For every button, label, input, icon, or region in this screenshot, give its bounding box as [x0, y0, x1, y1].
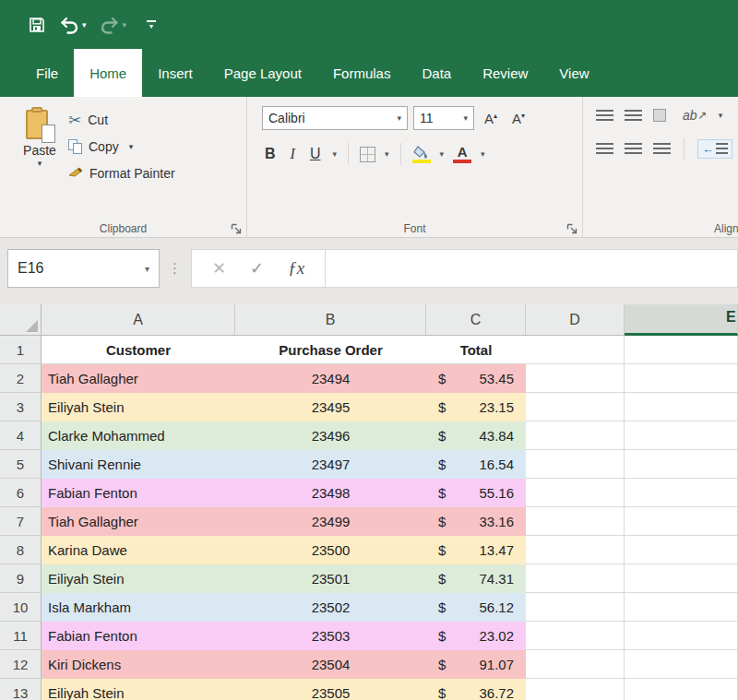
cell-empty[interactable]	[526, 564, 625, 593]
row-header[interactable]: 4	[0, 421, 42, 450]
cell-empty[interactable]	[625, 364, 738, 393]
borders-dropdown-icon[interactable]: ▾	[385, 149, 389, 159]
undo-dropdown-icon[interactable]: ▾	[82, 20, 87, 30]
cell-empty[interactable]	[625, 622, 738, 650]
cell-empty[interactable]	[526, 679, 625, 700]
cell-purchase-order[interactable]: 23494	[235, 364, 426, 393]
tab-data[interactable]: Data	[406, 49, 467, 97]
cell-empty[interactable]	[526, 650, 625, 679]
select-all-corner[interactable]	[0, 304, 42, 336]
cell-customer[interactable]: Karina Dawe	[42, 536, 235, 564]
row-header[interactable]: 7	[0, 507, 42, 536]
cell-total[interactable]: $16.54	[426, 450, 526, 479]
align-right-button[interactable]	[653, 143, 671, 155]
cell-purchase-order[interactable]: 23496	[235, 421, 426, 450]
cell-customer-header[interactable]: Customer	[42, 336, 235, 364]
middle-align-button[interactable]	[625, 110, 642, 122]
cell-purchase-order[interactable]: 23495	[235, 393, 426, 421]
cell-total[interactable]: $53.45	[426, 364, 526, 393]
row-header[interactable]: 6	[0, 479, 42, 507]
tab-formulas[interactable]: Formulas	[317, 49, 407, 97]
cell-total[interactable]: $74.31	[426, 564, 526, 593]
cell-empty[interactable]	[625, 536, 738, 564]
cell-purchase-order[interactable]: 23505	[235, 679, 426, 700]
cell-total[interactable]: $23.15	[426, 393, 526, 421]
cell-customer[interactable]: Eiliyah Stein	[42, 679, 235, 700]
cell-total[interactable]: $91.07	[426, 650, 526, 679]
top-align-button[interactable]	[596, 110, 613, 122]
cell-total[interactable]: $13.47	[426, 536, 526, 564]
cell-empty[interactable]	[526, 364, 625, 393]
column-header-c[interactable]: C	[426, 304, 526, 336]
decrease-font-size-button[interactable]: A▾	[507, 111, 530, 126]
underline-dropdown-icon[interactable]: ▾	[332, 149, 337, 159]
cell-customer[interactable]: Clarke Mohammed	[42, 421, 235, 450]
cell-customer[interactable]: Kiri Dickens	[42, 650, 235, 679]
name-box-dropdown-icon[interactable]: ▾	[145, 264, 149, 274]
enter-icon[interactable]: ✓	[250, 258, 264, 279]
cell-purchase-order[interactable]: 23502	[235, 593, 426, 622]
row-header[interactable]: 2	[0, 364, 42, 393]
redo-button[interactable]: ▾	[100, 16, 127, 34]
align-left-button[interactable]	[596, 143, 613, 155]
tab-insert[interactable]: Insert	[142, 49, 208, 97]
cell-empty[interactable]	[526, 336, 625, 364]
cut-button[interactable]: ✂ Cut	[68, 110, 175, 130]
tab-view[interactable]: View	[543, 49, 604, 97]
cell-total[interactable]: $56.12	[426, 593, 526, 622]
row-header[interactable]: 5	[0, 450, 42, 479]
row-header[interactable]: 11	[0, 622, 42, 650]
font-color-dropdown-icon[interactable]: ▾	[481, 149, 485, 159]
italic-button[interactable]: I	[288, 146, 298, 162]
underline-button[interactable]: U	[307, 146, 324, 162]
cell-empty[interactable]	[625, 564, 738, 593]
row-header[interactable]: 13	[0, 679, 42, 700]
cell-empty[interactable]	[625, 393, 738, 421]
row-header[interactable]: 1	[0, 336, 42, 364]
cell-customer[interactable]: Tiah Gallagher	[42, 507, 235, 536]
cell-purchase-order[interactable]: 23498	[235, 479, 426, 507]
cell-empty[interactable]	[526, 393, 625, 421]
cell-purchase-order[interactable]: 23503	[235, 622, 426, 650]
bottom-align-button[interactable]	[653, 109, 666, 122]
row-header[interactable]: 10	[0, 593, 42, 622]
cell-total[interactable]: $33.16	[426, 507, 526, 536]
font-color-button[interactable]: A	[453, 145, 471, 163]
cell-empty[interactable]	[526, 622, 625, 650]
format-painter-button[interactable]: Format Painter	[68, 163, 175, 184]
font-size-combobox[interactable]: 11 ▾	[413, 106, 474, 130]
customize-quick-access-toolbar-icon[interactable]: ▾	[147, 20, 156, 30]
font-dialog-launcher-icon[interactable]	[566, 223, 577, 234]
copy-button[interactable]: Copy ▾	[68, 136, 175, 157]
cell-customer[interactable]: Shivani Rennie	[42, 450, 235, 479]
increase-font-size-button[interactable]: A▴	[480, 111, 502, 126]
cell-customer[interactable]: Fabian Fenton	[42, 479, 235, 507]
cell-total[interactable]: $36.72	[426, 679, 526, 700]
cell-empty[interactable]	[526, 479, 625, 507]
cell-purchase-order[interactable]: 23499	[235, 507, 426, 536]
tab-home[interactable]: Home	[74, 49, 142, 97]
cell-total[interactable]: $55.16	[426, 479, 526, 507]
decrease-indent-button[interactable]: ←	[697, 139, 732, 159]
cell-empty[interactable]	[526, 507, 625, 536]
cell-total-header[interactable]: Total	[426, 336, 526, 364]
cell-purchase-order-header[interactable]: Purchase Order	[235, 336, 426, 364]
cell-empty[interactable]	[625, 336, 738, 364]
formula-input[interactable]	[326, 249, 738, 288]
cell-purchase-order[interactable]: 23500	[235, 536, 426, 564]
column-header-a[interactable]: A	[42, 304, 235, 336]
cell-customer[interactable]: Tiah Gallagher	[42, 364, 235, 393]
save-icon[interactable]	[28, 16, 46, 34]
font-size-dropdown-icon[interactable]: ▾	[463, 113, 468, 123]
name-box[interactable]: E16 ▾	[7, 249, 160, 288]
row-header[interactable]: 3	[0, 393, 42, 421]
fill-color-dropdown-icon[interactable]: ▾	[440, 149, 445, 159]
cell-empty[interactable]	[625, 450, 738, 479]
cell-customer[interactable]: Eiliyah Stein	[42, 564, 235, 593]
column-header-e[interactable]: E	[625, 304, 738, 336]
cell-empty[interactable]	[625, 507, 738, 536]
cell-empty[interactable]	[625, 593, 738, 622]
orientation-dropdown-icon[interactable]: ▾	[719, 111, 723, 120]
column-header-d[interactable]: D	[526, 304, 625, 336]
font-name-combobox[interactable]: Calibri ▾	[262, 106, 408, 130]
